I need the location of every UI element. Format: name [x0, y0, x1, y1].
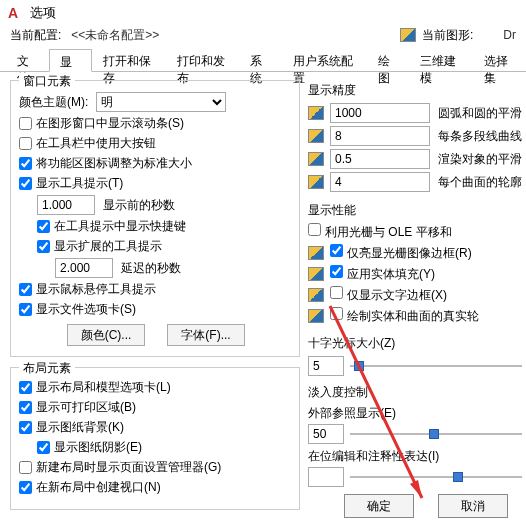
tab-system[interactable]: 系统 [239, 48, 282, 71]
precision-icon [308, 129, 324, 143]
chk-paper-shadow[interactable]: 显示图纸阴影(E) [37, 439, 142, 456]
ok-button[interactable]: 确定 [344, 494, 414, 518]
current-drawing-value: Dr [503, 28, 516, 42]
precision-icon [308, 152, 324, 166]
current-profile-value: <<未命名配置>> [71, 27, 159, 44]
color-theme-label: 颜色主题(M): [19, 94, 88, 111]
polyline-seg-label: 每条多段线曲线 [438, 128, 522, 145]
chk-paper-bg[interactable]: 显示图纸背景(K) [19, 419, 124, 436]
chk-printable-area[interactable]: 显示可打印区域(B) [19, 399, 136, 416]
tooltip-delay-label: 显示前的秒数 [103, 197, 175, 214]
chk-solid-fill[interactable]: 应用实体填充(Y) [330, 265, 435, 283]
chk-big-button[interactable]: 在工具栏中使用大按钮 [19, 135, 156, 152]
chk-raster-frame[interactable]: 仅亮显光栅图像边框(R) [330, 244, 472, 262]
perf-icon [308, 288, 324, 302]
chk-shortcut-in-tip[interactable]: 在工具提示中显示快捷键 [37, 218, 186, 235]
chk-ext-tooltip[interactable]: 显示扩展的工具提示 [37, 238, 162, 255]
xref-fade-value[interactable]: 50 [308, 424, 344, 444]
perf-icon [308, 267, 324, 281]
tab-display[interactable]: 显示 [49, 49, 92, 72]
precision-icon [308, 175, 324, 189]
current-drawing-label: 当前图形: [422, 27, 473, 44]
perf-icon [308, 309, 324, 323]
xref-fade-slider[interactable] [350, 427, 522, 441]
chk-tooltip[interactable]: 显示工具提示(T) [19, 175, 123, 192]
tab-3d[interactable]: 三维建模 [409, 48, 473, 71]
crosshair-value[interactable]: 5 [308, 356, 344, 376]
footer: 确定 取消 [344, 494, 508, 518]
perf-icon [308, 246, 324, 260]
chk-file-tab[interactable]: 显示文件选项卡(S) [19, 301, 136, 318]
input-surface-contour[interactable] [330, 172, 430, 192]
font-button[interactable]: 字体(F)... [167, 324, 245, 346]
titlebar: A 选项 [0, 0, 526, 26]
cancel-button[interactable]: 取消 [438, 494, 508, 518]
crosshair-slider[interactable] [350, 359, 522, 373]
chk-scrollbar[interactable]: 在图形窗口中显示滚动条(S) [19, 115, 184, 132]
input-render-smooth[interactable] [330, 149, 430, 169]
inplace-fade-value[interactable] [308, 467, 344, 487]
app-logo-icon: A [8, 5, 24, 21]
inplace-fade-slider[interactable] [350, 470, 522, 484]
group-title: 窗口元素 [19, 73, 75, 90]
performance-title: 显示性能 [308, 202, 522, 219]
chk-ole-pan[interactable]: 利用光栅与 OLE 平移和 [308, 223, 452, 241]
precision-icon [308, 106, 324, 120]
tab-open-save[interactable]: 打开和保存 [92, 48, 166, 71]
input-arc-smooth[interactable] [330, 103, 430, 123]
chk-hover-tip[interactable]: 显示鼠标悬停工具提示 [19, 281, 156, 298]
chk-true-silhouette[interactable]: 绘制实体和曲面的真实轮 [330, 307, 479, 325]
chk-text-frame[interactable]: 仅显示文字边框(X) [330, 286, 447, 304]
window-title: 选项 [30, 4, 56, 22]
surface-contour-label: 每个曲面的轮廓 [438, 174, 522, 191]
tabs: 文件 显示 打开和保存 打印和发布 系统 用户系统配置 绘图 三维建模 选择集 [0, 48, 526, 72]
tab-print-publish[interactable]: 打印和发布 [166, 48, 240, 71]
group-window-elements: 窗口元素 颜色主题(M): 明 在图形窗口中显示滚动条(S) 在工具栏中使用大按… [10, 80, 300, 357]
drawing-icon [400, 28, 416, 42]
render-smooth-label: 渲染对象的平滑 [438, 151, 522, 168]
group-title: 布局元素 [19, 360, 75, 377]
tab-draft[interactable]: 绘图 [367, 48, 410, 71]
fade-title: 淡入度控制 [308, 384, 522, 401]
input-ext-delay[interactable] [55, 258, 113, 278]
tab-file[interactable]: 文件 [6, 48, 49, 71]
color-theme-select[interactable]: 明 [96, 92, 226, 112]
chk-layout-tabs[interactable]: 显示布局和模型选项卡(L) [19, 379, 171, 396]
tab-user-pref[interactable]: 用户系统配置 [282, 48, 366, 71]
inplace-fade-label: 在位编辑和注释性表达(I) [308, 448, 522, 465]
input-tooltip-delay[interactable] [37, 195, 95, 215]
chk-new-pagesetup[interactable]: 新建布局时显示页面设置管理器(G) [19, 459, 221, 476]
arc-smooth-label: 圆弧和圆的平滑 [438, 105, 522, 122]
tab-selection[interactable]: 选择集 [473, 48, 526, 71]
current-profile-label: 当前配置: [10, 27, 61, 44]
chk-ribbon-icon[interactable]: 将功能区图标调整为标准大小 [19, 155, 192, 172]
xref-fade-label: 外部参照显示(E) [308, 405, 522, 422]
profile-row: 当前配置: <<未命名配置>> 当前图形: Dr [0, 26, 526, 48]
precision-title: 显示精度 [308, 82, 522, 99]
chk-viewport[interactable]: 在新布局中创建视口(N) [19, 479, 161, 496]
ext-delay-label: 延迟的秒数 [121, 260, 181, 277]
input-polyline-seg[interactable] [330, 126, 430, 146]
color-button[interactable]: 颜色(C)... [67, 324, 145, 346]
group-layout-elements: 布局元素 显示布局和模型选项卡(L) 显示可打印区域(B) 显示图纸背景(K) … [10, 367, 300, 510]
crosshair-title: 十字光标大小(Z) [308, 335, 522, 352]
